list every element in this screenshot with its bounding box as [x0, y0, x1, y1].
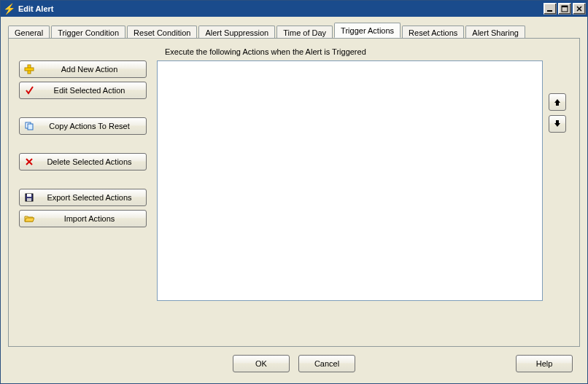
export-selected-actions-button[interactable]: Export Selected Actions	[19, 189, 147, 206]
action-buttons-column: Add New Action Edit Selected Action	[19, 60, 147, 336]
delete-selected-actions-label: Delete Selected Actions	[39, 157, 146, 166]
tab-reset-actions[interactable]: Reset Actions	[402, 26, 464, 39]
svg-rect-2	[562, 6, 568, 7]
actions-listbox[interactable]	[157, 60, 543, 301]
export-selected-actions-label: Export Selected Actions	[39, 193, 146, 202]
tab-alert-sharing[interactable]: Alert Sharing	[465, 26, 525, 39]
tab-trigger-actions[interactable]: Trigger Actions	[334, 23, 401, 38]
svg-rect-6	[28, 124, 33, 130]
plus-icon	[20, 64, 39, 74]
panel-hint: Execute the following Actions when the A…	[19, 47, 569, 56]
add-new-action-label: Add New Action	[39, 65, 146, 74]
copy-actions-to-reset-label: Copy Actions To Reset	[39, 122, 146, 130]
copy-actions-to-reset-button[interactable]: Copy Actions To Reset	[19, 117, 147, 135]
import-actions-label: Import Actions	[39, 214, 146, 223]
edit-selected-action-button[interactable]: Edit Selected Action	[19, 82, 147, 99]
arrow-down-icon	[553, 119, 562, 128]
move-down-button[interactable]	[549, 115, 566, 133]
window-title: Edit Alert	[18, 4, 538, 13]
import-actions-button[interactable]: Import Actions	[19, 210, 147, 227]
copy-icon	[20, 121, 39, 131]
cancel-button[interactable]: Cancel	[298, 355, 355, 372]
arrow-up-icon	[553, 98, 562, 106]
trigger-actions-panel: Execute the following Actions when the A…	[8, 38, 580, 347]
titlebar[interactable]: ⚡ Edit Alert	[1, 1, 587, 17]
svg-rect-8	[27, 194, 31, 197]
move-up-button[interactable]	[549, 93, 566, 111]
tabstrip: General Trigger Condition Reset Conditio…	[8, 23, 580, 38]
add-new-action-button[interactable]: Add New Action	[19, 60, 147, 78]
edit-selected-action-label: Edit Selected Action	[39, 86, 146, 95]
edit-alert-window: ⚡ Edit Alert General Trigger Condition R…	[0, 0, 588, 384]
delete-icon	[20, 157, 39, 167]
svg-rect-4	[25, 68, 34, 71]
save-icon	[20, 192, 39, 203]
maximize-button[interactable]	[558, 3, 571, 15]
tab-trigger-condition[interactable]: Trigger Condition	[51, 26, 125, 39]
dialog-footer: OK Cancel Help	[8, 347, 580, 376]
help-button[interactable]: Help	[516, 355, 573, 372]
client-area: General Trigger Condition Reset Conditio…	[1, 17, 587, 383]
reorder-buttons	[549, 60, 569, 336]
svg-rect-0	[547, 10, 552, 12]
delete-selected-actions-button[interactable]: Delete Selected Actions	[19, 153, 147, 171]
tab-general[interactable]: General	[8, 26, 50, 39]
close-button[interactable]	[573, 3, 586, 15]
tab-reset-condition[interactable]: Reset Condition	[127, 26, 197, 39]
svg-rect-9	[27, 198, 31, 201]
folder-open-icon	[20, 213, 39, 224]
tab-time-of-day[interactable]: Time of Day	[276, 26, 333, 39]
check-icon	[20, 85, 39, 95]
tab-alert-suppression[interactable]: Alert Suppression	[198, 26, 275, 39]
minimize-button[interactable]	[543, 3, 557, 15]
ok-button[interactable]: OK	[233, 355, 290, 372]
alert-icon: ⚡	[4, 4, 14, 14]
